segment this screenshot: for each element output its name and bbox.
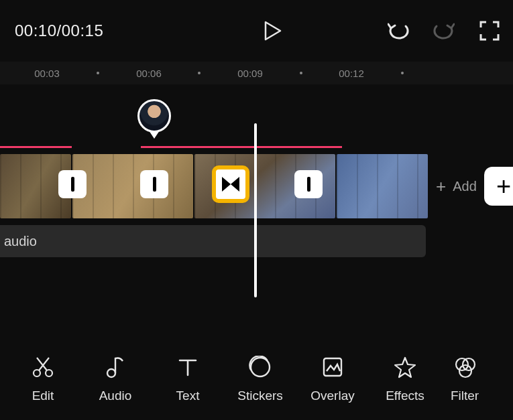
scissors-icon [31,355,55,379]
timecode: 00:10/00:15 [15,21,103,40]
ruler-dot [401,72,404,74]
transition-handle[interactable] [294,170,323,198]
add-clip-hint: Add [453,179,477,194]
overlay-icon [321,355,345,379]
tool-filter[interactable]: Filter [441,355,488,403]
ruler-dot [300,72,302,74]
audio-track-label: audio [4,234,37,249]
timeline-ruler[interactable]: 00:03 00:06 00:09 00:12 [0,62,513,84]
svg-point-1 [46,370,52,376]
transition-handle[interactable] [58,170,87,198]
fullscreen-icon [479,21,500,41]
plus-icon: + [496,173,511,199]
total-time: 00:15 [62,21,104,40]
top-controls: 00:10/00:15 [0,0,513,62]
bottom-toolbar: Edit Audio Text Stickers Overlay Effects [0,338,513,420]
marker-line [141,146,342,148]
tool-effects[interactable]: Effects [369,355,441,403]
ruler-tick: 00:03 [34,68,60,79]
ruler-dot [198,72,201,74]
marker-line [0,146,72,148]
tool-label: Overlay [310,389,354,403]
star-icon [393,355,417,379]
tool-label: Audio [99,389,132,403]
transition-none-icon [153,177,156,192]
tool-label: Edit [32,389,54,403]
video-clip[interactable] [337,154,428,218]
redo-icon [433,21,455,40]
ruler-dot [97,72,99,74]
svg-point-0 [34,370,40,376]
play-icon [264,21,282,41]
transition-none-icon [307,177,310,192]
sticker-icon [248,355,272,379]
text-icon [176,355,200,379]
tool-stickers[interactable]: Stickers [224,355,296,403]
tool-label: Text [176,389,200,403]
transition-none-icon [71,177,74,192]
current-time: 00:10 [15,21,57,40]
transition-handle-selected[interactable] [212,165,249,203]
audio-track[interactable]: audio [0,225,426,257]
playhead[interactable] [254,123,257,297]
undo-button[interactable] [387,19,410,42]
play-button[interactable] [260,17,286,44]
tool-label: Stickers [237,389,283,403]
plus-icon: + [436,176,446,197]
video-clip[interactable] [72,154,193,218]
tool-label: Filter [451,389,479,403]
transition-icon [222,177,239,192]
transition-handle[interactable] [140,170,168,198]
add-clip-button[interactable]: + [484,167,513,206]
ruler-tick: 00:06 [136,68,162,79]
face-tracking-pin[interactable] [137,99,171,133]
filter-icon [453,355,477,379]
add-clip-area: + Add + [436,154,513,218]
ruler-tick: 00:09 [237,68,263,79]
tool-label: Effects [386,389,424,403]
ruler-tick: 00:12 [339,68,364,79]
redo-button[interactable] [433,19,455,42]
tool-audio[interactable]: Audio [79,355,152,403]
tool-text[interactable]: Text [152,355,224,403]
fullscreen-button[interactable] [478,19,501,42]
tool-overlay[interactable]: Overlay [296,355,369,403]
svg-point-2 [107,369,115,377]
tool-edit[interactable]: Edit [7,355,79,403]
timeline[interactable]: + Add + audio [0,84,513,299]
undo-icon [388,21,409,40]
music-note-icon [103,355,127,379]
